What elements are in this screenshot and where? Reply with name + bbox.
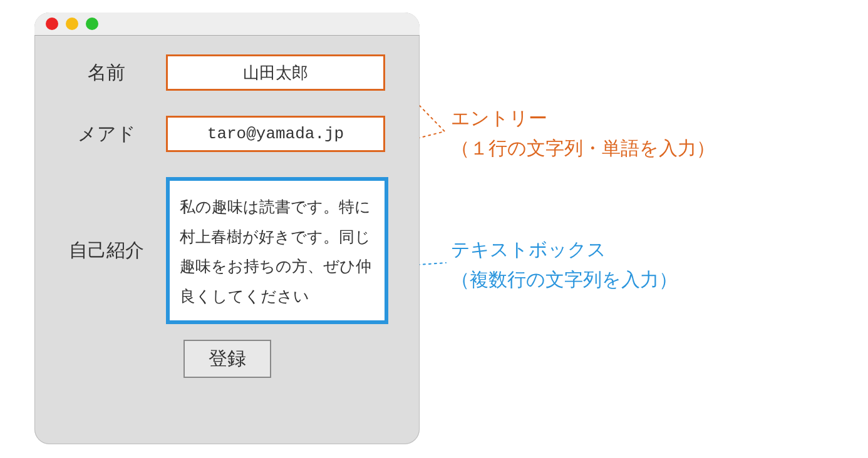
annotation-entry-title: エントリー [451,108,547,128]
name-input[interactable]: 山田太郎 [166,54,385,91]
email-input[interactable]: taro@yamada.jp [166,116,385,152]
annotation-textbox-title: テキストボックス [451,239,606,260]
app-window: 名前 山田太郎 メアド taro@yamada.jp 自己紹介 私の趣味は読書で… [34,13,420,444]
name-row: 名前 山田太郎 [47,54,407,91]
form-body: 名前 山田太郎 メアド taro@yamada.jp 自己紹介 私の趣味は読書で… [34,36,420,378]
email-label: メアド [47,121,166,147]
annotation-entry: エントリー （１行の文字列・単語を入力） [451,103,715,163]
bio-row: 自己紹介 私の趣味は読書です。特に村上春樹が好きです。同じ趣味をお持ちの方、ぜひ… [47,177,407,324]
submit-row: 登録 [47,340,407,378]
annotation-entry-desc: （１行の文字列・単語を入力） [451,138,715,158]
name-label: 名前 [47,60,166,86]
email-row: メアド taro@yamada.jp [47,116,407,152]
submit-button[interactable]: 登録 [183,340,271,378]
annotation-textbox: テキストボックス （複数行の文字列を入力） [451,235,678,295]
bio-label: 自己紹介 [47,238,166,263]
annotation-textbox-desc: （複数行の文字列を入力） [451,269,678,290]
zoom-icon[interactable] [86,18,98,30]
titlebar [34,13,420,36]
minimize-icon[interactable] [66,18,78,30]
close-icon[interactable] [46,18,58,30]
bio-textarea[interactable]: 私の趣味は読書です。特に村上春樹が好きです。同じ趣味をお持ちの方、ぜひ仲良くして… [166,177,388,324]
